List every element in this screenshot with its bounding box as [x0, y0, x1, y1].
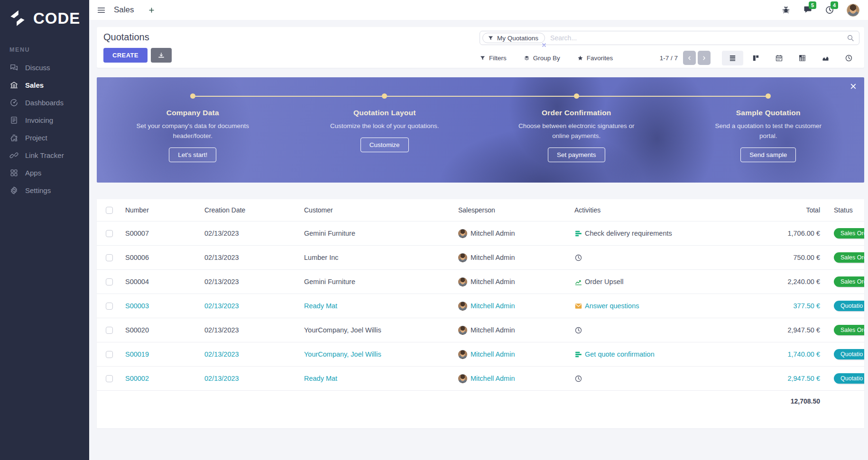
cell-activities[interactable]: Get quote confirmation	[567, 350, 733, 359]
column-header-customer[interactable]: Customer	[296, 206, 451, 214]
magnifier-icon[interactable]	[847, 34, 854, 42]
step-action-button[interactable]: Let's start!	[169, 147, 216, 162]
settings-icon	[9, 186, 18, 195]
navbar-right: 54	[781, 4, 859, 17]
cell-activities[interactable]	[567, 254, 733, 262]
salesperson-avatar	[458, 326, 467, 335]
pager-previous-button[interactable]	[683, 51, 696, 65]
view-button-graph-view[interactable]	[815, 51, 836, 65]
table-row[interactable]: S00006 02/13/2023 Lumber Inc Mitchell Ad…	[97, 245, 864, 269]
timeline-dot	[574, 93, 579, 99]
view-button-kanban-view[interactable]	[745, 51, 766, 65]
cell-number: S00003	[118, 302, 197, 310]
onboarding-steps: Company Data Set your company's data for…	[97, 77, 864, 183]
export-button[interactable]	[151, 48, 172, 63]
salesperson-avatar	[458, 277, 467, 286]
pagination-range: 1-7 / 7	[660, 55, 678, 62]
cell-activities[interactable]	[567, 326, 733, 334]
filter-funnel-icon	[488, 35, 494, 41]
app-logo[interactable]: CODE	[0, 0, 89, 39]
cell-activities[interactable]	[567, 375, 733, 383]
table-row[interactable]: S00004 02/13/2023 Gemini Furniture Mitch…	[97, 269, 864, 294]
status-badge: Sales Ord	[834, 276, 864, 287]
cell-customer: Gemini Furniture	[296, 230, 451, 237]
sidebar-item-project[interactable]: Project	[0, 129, 89, 147]
sidebar-item-label: Invoicing	[25, 116, 53, 124]
plus-icon[interactable]	[148, 7, 155, 14]
column-header-activities[interactable]: Activities	[567, 206, 733, 214]
select-all-checkbox[interactable]	[106, 207, 113, 214]
cell-creation-date: 02/13/2023	[197, 350, 296, 358]
sidebar-item-dashboards[interactable]: Dashboards	[0, 94, 89, 111]
activities-clock-icon[interactable]: 4	[825, 5, 834, 15]
quotations-table: Number Creation Date Customer Salesperso…	[97, 199, 864, 428]
bug-icon[interactable]	[781, 5, 791, 15]
x-icon[interactable]	[541, 41, 547, 47]
star-icon	[577, 55, 583, 61]
step-action-button[interactable]: Send sample	[740, 147, 796, 162]
cell-creation-date: 02/13/2023	[197, 254, 296, 261]
sidebar-item-invoicing[interactable]: Invoicing	[0, 111, 89, 129]
cell-customer: Ready Mat	[296, 375, 451, 382]
view-button-pivot-view[interactable]	[792, 51, 813, 65]
navbar-left: Sales	[97, 5, 155, 15]
group-by-button[interactable]: Group By	[524, 55, 560, 62]
view-button-calendar-view[interactable]	[768, 51, 790, 65]
cell-activities[interactable]: Check delivery requirements	[567, 230, 733, 238]
table-row[interactable]: S00007 02/13/2023 Gemini Furniture Mitch…	[97, 221, 864, 245]
filters-button[interactable]: Filters	[480, 55, 507, 62]
cell-status: Quotatio	[828, 373, 864, 384]
cell-activities[interactable]: Order Upsell	[567, 278, 733, 286]
row-checkbox[interactable]	[106, 230, 113, 237]
table-row[interactable]: S00002 02/13/2023 Ready Mat Mitchell Adm…	[97, 366, 864, 390]
column-header-number[interactable]: Number	[118, 206, 197, 214]
table-row[interactable]: S00020 02/13/2023 YourCompany, Joel Will…	[97, 318, 864, 342]
favorites-button[interactable]: Favorites	[577, 55, 613, 62]
cell-status: Sales Ord	[828, 228, 864, 239]
tab-sales[interactable]: Sales	[114, 5, 134, 15]
notification-badge: 4	[831, 1, 838, 9]
row-checkbox[interactable]	[106, 375, 113, 382]
sidebar-item-sales[interactable]: Sales	[0, 76, 89, 94]
sidebar-item-label: Settings	[25, 186, 51, 194]
step-action-button[interactable]: Set payments	[548, 147, 605, 162]
column-header-total[interactable]: Total	[733, 206, 828, 214]
filter-toolbar: Filters Group By Favorites 1-7 / 7	[480, 50, 859, 65]
row-checkbox[interactable]	[106, 327, 113, 334]
sidebar-item-discuss[interactable]: Discuss	[0, 59, 89, 76]
column-header-status[interactable]: Status	[828, 206, 864, 214]
hamburger-icon[interactable]	[97, 6, 106, 15]
sidebar-item-apps[interactable]: Apps	[0, 164, 89, 182]
view-button-activity-view[interactable]	[838, 51, 859, 65]
row-checkbox[interactable]	[106, 278, 113, 285]
step-description: Set your company's data for documents he…	[133, 121, 252, 141]
search-facet-my-quotations[interactable]: My Quotations	[482, 33, 545, 43]
download-icon	[157, 52, 165, 59]
sidebar-item-label: Discuss	[25, 64, 50, 72]
row-checkbox[interactable]	[106, 254, 113, 261]
cell-number: S00007	[118, 230, 197, 237]
table-row[interactable]: S00019 02/13/2023 YourCompany, Joel Will…	[97, 342, 864, 366]
table-row[interactable]: S00003 02/13/2023 Ready Mat Mitchell Adm…	[97, 294, 864, 318]
column-header-creation-date[interactable]: Creation Date	[197, 206, 296, 214]
row-checkbox[interactable]	[106, 303, 113, 310]
row-checkbox[interactable]	[106, 351, 113, 358]
close-icon[interactable]	[850, 83, 857, 90]
cell-activities[interactable]: Answer questions	[567, 302, 733, 310]
chevron-left-icon	[686, 55, 693, 61]
messages-icon[interactable]: 5	[803, 5, 813, 15]
cell-status: Sales Ord	[828, 276, 864, 287]
pager-next-button[interactable]	[698, 51, 711, 65]
sidebar-item-link-tracker[interactable]: Link Tracker	[0, 147, 89, 164]
create-button[interactable]: CREATE	[103, 48, 148, 63]
cell-salesperson: Mitchell Admin	[451, 302, 567, 311]
search-input[interactable]: My Quotations Search...	[480, 31, 859, 45]
column-header-salesperson[interactable]: Salesperson	[451, 206, 567, 214]
cell-number: S00020	[118, 326, 197, 334]
sidebar-item-settings[interactable]: Settings	[0, 182, 89, 199]
user-avatar[interactable]	[847, 4, 859, 17]
view-button-list-view[interactable]	[722, 51, 743, 65]
step-action-button[interactable]: Customize	[360, 138, 409, 152]
filter-funnel-icon	[480, 55, 486, 61]
envelope-icon	[574, 302, 582, 310]
